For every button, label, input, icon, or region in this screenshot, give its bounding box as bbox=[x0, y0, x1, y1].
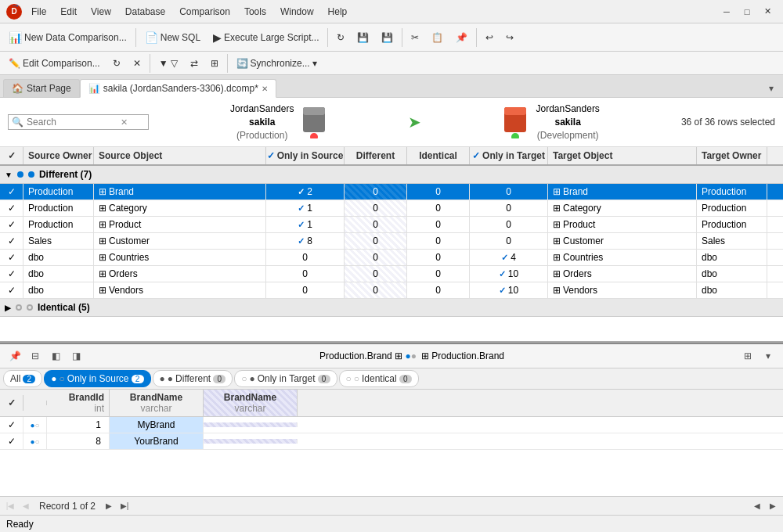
search-icon: 🔍 bbox=[12, 117, 23, 128]
close-button[interactable]: ✕ bbox=[758, 4, 777, 20]
tab-identical[interactable]: ○○ Identical 0 bbox=[339, 370, 419, 387]
menu-window[interactable]: Window bbox=[274, 5, 320, 19]
save-button[interactable]: 💾 bbox=[352, 29, 374, 46]
prev-page-button[interactable]: ◀ bbox=[19, 499, 33, 513]
cell-target-object: ⊞ Countries bbox=[548, 250, 697, 265]
menu-file[interactable]: File bbox=[25, 5, 52, 19]
group-identical[interactable]: ▶ Identical (5) bbox=[0, 299, 783, 317]
dgh-dots bbox=[23, 401, 47, 405]
execute-large-button[interactable]: ▶ Execute Large Script... bbox=[207, 28, 324, 47]
bottom-toolbar-center: Production.Brand ⊞ ●● ⊞ Production.Brand bbox=[88, 350, 736, 361]
sync-dropdown-arrow[interactable]: ▾ bbox=[312, 58, 317, 69]
table-row[interactable]: ✓ Sales ⊞ Customer ✓ 8 0 0 0 ⊞ Customer … bbox=[0, 233, 783, 250]
cell-check[interactable]: ✓ bbox=[0, 282, 23, 298]
last-page-button[interactable]: ▶| bbox=[117, 499, 132, 513]
data-cell-check[interactable]: ✓ bbox=[0, 433, 23, 449]
tab-all[interactable]: All 2 bbox=[3, 370, 42, 387]
cell-identical: 0 bbox=[407, 184, 470, 200]
target-db-icon bbox=[503, 104, 528, 138]
swap-button[interactable]: ⇄ bbox=[185, 55, 204, 72]
cut-button[interactable]: ✂ bbox=[406, 29, 424, 46]
stop-button[interactable]: ✕ bbox=[128, 55, 146, 72]
tab-only-target[interactable]: ○● Only in Target 0 bbox=[234, 370, 337, 387]
data-cell-name-source: MyBrand bbox=[110, 417, 204, 433]
synchronize-button[interactable]: 🔄 Synchronize... ▾ bbox=[231, 55, 323, 72]
data-row[interactable]: ✓ ●○ 1 MyBrand bbox=[0, 417, 783, 433]
col-right-button[interactable]: ◨ bbox=[67, 347, 85, 365]
title-bar: D File Edit View Database Comparison Too… bbox=[0, 0, 783, 23]
cell-different: 0 bbox=[345, 217, 407, 232]
col-left-button[interactable]: ◧ bbox=[47, 347, 64, 365]
menu-tools[interactable]: Tools bbox=[238, 5, 272, 19]
col-header-check[interactable]: ✓ bbox=[0, 147, 23, 164]
cell-check[interactable]: ✓ bbox=[0, 200, 23, 216]
table-row[interactable]: ✓ dbo ⊞ Vendors 0 0 0 ✓ 10 ⊞ Vendors dbo bbox=[0, 282, 783, 299]
col-header-only-source: ✓ Only in Source bbox=[266, 147, 345, 164]
tab-dropdown-button[interactable]: ▾ bbox=[763, 80, 780, 97]
menu-help[interactable]: Help bbox=[322, 5, 354, 19]
new-sql-button[interactable]: 📄 New SQL bbox=[139, 28, 206, 47]
cell-check[interactable]: ✓ bbox=[0, 184, 23, 200]
table-row[interactable]: ✓ dbo ⊞ Countries 0 0 0 ✓ 4 ⊞ Countries … bbox=[0, 250, 783, 266]
dgh-check[interactable]: ✓ bbox=[0, 395, 23, 411]
menu-database[interactable]: Database bbox=[119, 5, 171, 19]
split-button[interactable]: ⊟ bbox=[27, 347, 44, 365]
table-row[interactable]: ✓ Production ⊞ Brand ✓ 2 0 0 0 ⊞ Brand P… bbox=[0, 184, 783, 200]
copy-button[interactable]: 📋 bbox=[426, 29, 449, 46]
search-input[interactable] bbox=[27, 117, 121, 128]
dgh-brandname-source: BrandName varchar bbox=[110, 390, 204, 416]
new-comparison-button[interactable]: 📊 New Data Comparison... bbox=[3, 28, 132, 47]
target-table-icon: ⊞ bbox=[553, 285, 561, 296]
data-row[interactable]: ✓ ●○ 8 YourBrand bbox=[0, 433, 783, 450]
grid-header: ✓ Source Owner Source Object ✓ Only in S… bbox=[0, 147, 783, 166]
tab-different[interactable]: ●● Different 0 bbox=[153, 370, 233, 387]
cell-source-object: ⊞ Countries bbox=[94, 250, 266, 265]
cell-check[interactable]: ✓ bbox=[0, 217, 23, 232]
menu-comparison[interactable]: Comparison bbox=[173, 5, 236, 19]
save-as-button[interactable]: 💾 bbox=[376, 29, 399, 46]
table-row[interactable]: ✓ dbo ⊞ Orders 0 0 0 ✓ 10 ⊞ Orders dbo bbox=[0, 266, 783, 282]
search-clear-button[interactable]: ✕ bbox=[121, 117, 128, 128]
cell-source-owner: dbo bbox=[23, 250, 94, 265]
svg-point-5 bbox=[511, 133, 519, 138]
maximize-button[interactable]: □ bbox=[738, 4, 756, 20]
dot-identical-2 bbox=[27, 304, 33, 311]
tab-active-file[interactable]: 📊 sakila (JordanSanders-3306).dcomp* ✕ bbox=[80, 79, 276, 98]
tab-start-page[interactable]: 🏠 Start Page bbox=[3, 79, 80, 97]
view-dropdown-button[interactable]: ▾ bbox=[760, 347, 777, 365]
tab-only-source[interactable]: ●○ Only in Source 2 bbox=[44, 370, 150, 387]
redo-button[interactable]: ↪ bbox=[500, 29, 519, 46]
undo-button[interactable]: ↩ bbox=[480, 29, 499, 46]
menu-edit[interactable]: Edit bbox=[54, 5, 83, 19]
cell-source-object: ⊞ Vendors bbox=[94, 282, 266, 298]
grid-view-button[interactable]: ⊞ bbox=[739, 347, 756, 365]
cell-check[interactable]: ✓ bbox=[0, 233, 23, 249]
edit-comparison-button[interactable]: ✏️ Edit Comparison... bbox=[3, 55, 106, 72]
paste-button[interactable]: 📌 bbox=[450, 29, 473, 46]
tab-close-button[interactable]: ✕ bbox=[262, 84, 268, 93]
minimize-button[interactable]: ─ bbox=[717, 4, 736, 20]
filter-button[interactable]: ▼ ▽ bbox=[153, 55, 183, 72]
scroll-left-button[interactable]: ◀ bbox=[750, 499, 764, 513]
search-box[interactable]: 🔍 ✕ bbox=[8, 114, 149, 130]
cell-only-source: ✓ 1 bbox=[266, 200, 345, 216]
table-row[interactable]: ✓ Production ⊞ Product ✓ 1 0 0 0 ⊞ Produ… bbox=[0, 217, 783, 233]
comparison-grid[interactable]: ✓ Source Owner Source Object ✓ Only in S… bbox=[0, 147, 783, 343]
tab-different-count: 0 bbox=[213, 375, 226, 383]
table-row[interactable]: ✓ Production ⊞ Category ✓ 1 0 0 0 ⊞ Cate… bbox=[0, 200, 783, 217]
next-page-button[interactable]: ▶ bbox=[102, 499, 116, 513]
cell-check[interactable]: ✓ bbox=[0, 250, 23, 265]
reload-button[interactable]: ↻ bbox=[107, 55, 126, 72]
first-page-button[interactable]: |◀ bbox=[3, 499, 17, 513]
grid-button[interactable]: ⊞ bbox=[205, 55, 224, 72]
group-different[interactable]: ▼ Different (7) bbox=[0, 166, 783, 184]
cell-check[interactable]: ✓ bbox=[0, 266, 23, 282]
pin-button[interactable]: 📌 bbox=[6, 347, 23, 365]
toolbar-sep-4 bbox=[476, 28, 477, 47]
cell-only-target: ✓ 10 bbox=[470, 282, 548, 298]
menu-view[interactable]: View bbox=[85, 5, 117, 19]
edit-comparison-icon: ✏️ bbox=[9, 58, 20, 69]
data-cell-check[interactable]: ✓ bbox=[0, 417, 23, 433]
scroll-right-button[interactable]: ▶ bbox=[766, 499, 780, 513]
refresh-button[interactable]: ↻ bbox=[331, 29, 350, 46]
